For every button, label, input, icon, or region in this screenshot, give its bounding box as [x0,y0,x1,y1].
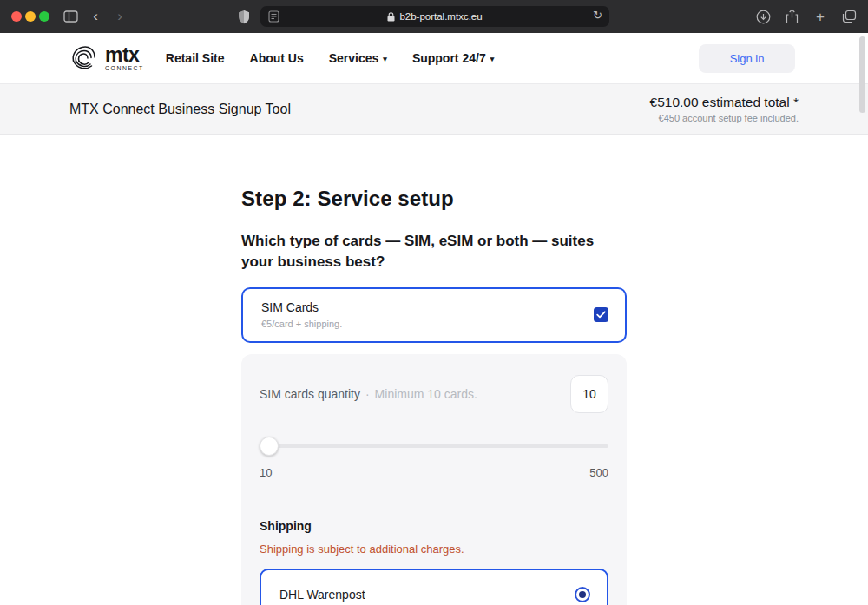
quantity-input[interactable] [570,375,608,413]
reader-mode-icon[interactable] [268,10,279,23]
shipping-option-radio[interactable] [575,587,590,602]
page-title: MTX Connect Business Signup Tool [69,102,291,117]
mtx-connect-logo[interactable]: mtx CONNECT [68,43,144,73]
checkmark-icon [596,311,606,319]
back-icon[interactable]: ‹ [85,0,106,33]
main-nav: Retail Site About Us Services▾ Support 2… [166,51,494,65]
nav-retail-site[interactable]: Retail Site [166,51,225,65]
close-window-button[interactable] [11,11,22,22]
nav-about-us[interactable]: About Us [250,51,304,65]
shipping-options-card: DHL Warenpost [260,569,608,605]
nav-support[interactable]: Support 24/7▾ [412,51,494,65]
shipping-option-label: DHL Warenpost [279,588,365,602]
sim-cards-option[interactable]: SIM Cards €5/card + shipping. [241,287,627,343]
estimated-total-block: €510.00 estimated total * €450 account s… [650,95,799,123]
slider-thumb[interactable] [260,437,279,456]
forward-icon[interactable]: › [109,0,130,33]
shipping-option-dhl-warenpost[interactable]: DHL Warenpost [279,587,590,602]
quantity-separator: · [365,387,370,401]
quantity-slider[interactable] [260,437,608,456]
step-title: Step 2: Service setup [241,187,627,211]
address-bar[interactable]: b2b-portal.mtxc.eu ↻ [260,6,609,27]
radio-dot [579,591,586,598]
shipping-charges-note: Shipping is subject to additional charge… [260,543,608,556]
url-text: b2b-portal.mtxc.eu [399,11,482,22]
slider-track[interactable] [260,444,608,448]
nav-services[interactable]: Services▾ [329,51,387,65]
chevron-down-icon: ▾ [490,55,495,63]
share-icon[interactable] [783,8,800,25]
reload-icon[interactable]: ↻ [593,9,602,22]
slider-min-label: 10 [260,466,272,479]
sidebar-toggle-icon[interactable] [59,0,82,33]
site-header: mtx CONNECT Retail Site About Us Service… [0,33,868,84]
new-tab-icon[interactable]: + [812,8,829,25]
downloads-icon[interactable] [754,8,772,25]
quantity-hint: Minimum 10 cards. [375,387,477,401]
quantity-label: SIM cards quantity [260,387,360,401]
shipping-heading: Shipping [260,519,608,533]
lock-icon [387,12,395,22]
estimated-total: €510.00 estimated total * [650,95,799,110]
chevron-down-icon: ▾ [383,55,387,63]
card-type-question: Which type of cards — SIM, eSIM or both … [241,231,623,273]
privacy-shield-icon[interactable] [233,0,255,33]
logo-word: mtx [105,45,144,65]
estimated-total-note: €450 account setup fee included. [650,113,799,123]
signup-step-content: Step 2: Service setup Which type of card… [241,135,627,605]
browser-chrome: ‹ › b2b-portal.mtxc.eu ↻ + [0,0,868,33]
signup-toolbar: MTX Connect Business Signup Tool €510.00… [0,84,868,135]
sim-settings-panel: SIM cards quantity · Minimum 10 cards. 1… [241,354,627,605]
slider-max-label: 500 [589,466,608,479]
logo-subtext: CONNECT [105,66,144,72]
maximize-window-button[interactable] [39,11,49,22]
sim-cards-checkbox[interactable] [594,307,608,322]
sim-cards-price: €5/card + shipping. [261,319,342,329]
minimize-window-button[interactable] [25,11,36,22]
logo-swirl-icon [68,43,99,73]
sim-cards-label: SIM Cards [261,300,342,314]
sign-in-button[interactable]: Sign in [699,44,795,73]
scrollbar[interactable] [859,36,865,113]
tab-overview-icon[interactable] [840,8,858,25]
